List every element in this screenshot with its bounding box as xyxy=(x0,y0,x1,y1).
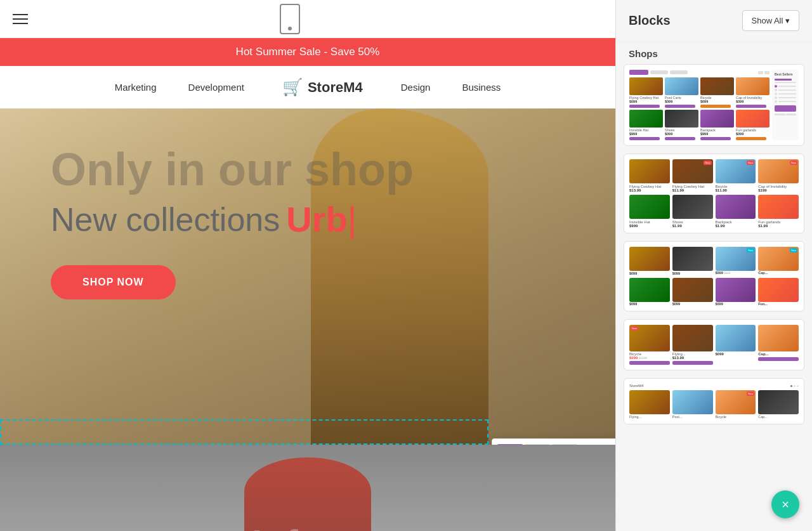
product-pool-carts: Pool Carts $099 xyxy=(665,77,698,108)
shop-block-1[interactable]: Flying Cowboy Hat $099 Pool Carts $099 xyxy=(624,64,804,146)
shops-section-title: Shops xyxy=(616,42,812,64)
block4-product-3: $099 xyxy=(716,325,756,365)
nav-left: Marketing Development xyxy=(115,82,244,93)
second-person xyxy=(244,457,371,531)
block2-products: Flying Cowboy Hat $13.99 New Flying Cowb… xyxy=(629,159,799,228)
shop-now-button[interactable]: SHOP NOW xyxy=(51,265,176,299)
block1-sidebar: Best Sellers xyxy=(772,70,799,140)
product-shoes: Shoes $099 xyxy=(665,110,698,140)
block3-product-1: $099 xyxy=(629,247,670,275)
block3-product-4: New Cap... xyxy=(758,247,799,275)
block3-product-7: $099 xyxy=(716,278,756,306)
block2-product-8: Fun garlands $1.99 xyxy=(758,195,799,228)
block3-product-3: New $099 $199 xyxy=(716,247,756,275)
block4-product-2: Flying... $13.99 xyxy=(672,325,713,365)
block3-products: $099 $099 New $099 $199 xyxy=(629,247,799,306)
site-header: Marketing Development 🛒 StoreM4 Design B… xyxy=(0,66,615,108)
block2-product-5: Invisible Hat $999 xyxy=(629,195,670,228)
hero-title: Only in our shop xyxy=(51,147,565,192)
product-flying-cowboy: Flying Cowboy Hat $099 xyxy=(629,77,663,108)
shop-block-5[interactable]: StoreM4 Flying... Pool... xyxy=(624,378,804,424)
panel-title: Blocks xyxy=(629,13,671,28)
block5-product-2: Pool... xyxy=(672,390,713,419)
nav-right: Design Business xyxy=(401,82,501,93)
close-button[interactable]: × xyxy=(771,490,799,518)
site-logo: 🛒 StoreM4 xyxy=(282,77,363,97)
block1-main: Flying Cowboy Hat $099 Pool Carts $099 xyxy=(629,70,769,140)
product-cap: Cap of Invisibility $099 xyxy=(736,77,769,108)
block3-product-5: $099 xyxy=(629,278,670,306)
mobile-device-icon[interactable] xyxy=(280,4,300,34)
block1-products-row2: Invisible Hat $999 Shoes $099 Ba xyxy=(629,110,769,140)
block1-layout: Flying Cowboy Hat $099 Pool Carts $099 xyxy=(629,70,799,140)
product-bicycle: Bicycle $099 xyxy=(700,77,734,108)
urb-text: Urb xyxy=(286,199,347,239)
block2-product-2: New Flying Cowboy Hat $11.99 xyxy=(672,159,713,192)
hero-content: Only in our shop New collections Urb| SH… xyxy=(0,108,615,338)
hero-subtitle-highlight: Urb| xyxy=(286,199,357,240)
dashed-selection-bottom xyxy=(0,419,488,445)
block5-products: Flying... Pool... New Bicycle Cap... xyxy=(629,390,799,419)
product-backpack: Backpack $999 xyxy=(700,110,734,140)
block4-product-4: Cap... xyxy=(758,325,799,365)
shop-block-2[interactable]: Flying Cowboy Hat $13.99 New Flying Cowb… xyxy=(624,154,804,233)
block5-product-1: Flying... xyxy=(629,390,670,419)
announcement-bar: Hot Summer Sale - Save 50% xyxy=(0,38,615,66)
panel-scroll-area[interactable]: Flying Cowboy Hat $099 Pool Carts $099 xyxy=(616,64,812,531)
nav-marketing[interactable]: Marketing xyxy=(115,82,157,93)
panel-header: Blocks Show All ▾ xyxy=(616,0,812,42)
shop-block-4[interactable]: New Bicycle $099 $199 Flying... $13.99 $… xyxy=(624,319,804,370)
second-section: Infuse xyxy=(0,445,615,531)
nav-development[interactable]: Development xyxy=(188,82,244,93)
menu-icon[interactable] xyxy=(13,14,28,24)
mini-preview-popup[interactable] xyxy=(492,438,615,445)
nav-design[interactable]: Design xyxy=(401,82,431,93)
hero-section: Only in our shop New collections Urb| SH… xyxy=(0,108,615,445)
block2-product-4: New Cap of Invisibility $199 xyxy=(758,159,799,192)
blocks-panel: Blocks Show All ▾ Shops xyxy=(615,0,812,531)
block5-product-4: Cap... xyxy=(758,390,799,419)
website-content: Hot Summer Sale - Save 50% Marketing Dev… xyxy=(0,38,615,531)
nav-business[interactable]: Business xyxy=(462,82,501,93)
block3-product-8: Fun... xyxy=(758,278,799,306)
mini-preview-header xyxy=(497,444,615,445)
announcement-text: Hot Summer Sale - Save 50% xyxy=(236,46,380,58)
block5-product-3: New Bicycle xyxy=(716,390,756,419)
block4-products: New Bicycle $099 $199 Flying... $13.99 $… xyxy=(629,325,799,365)
block2-product-7: Backpack $1.99 xyxy=(716,195,756,228)
hero-subtitle: New collections Urb| xyxy=(51,199,565,240)
infuse-text: Infuse xyxy=(252,521,364,531)
block2-product-1: Flying Cowboy Hat $13.99 xyxy=(629,159,670,192)
block1-header xyxy=(629,70,769,75)
block4-product-1: New Bicycle $099 $199 xyxy=(629,325,670,365)
editor-area: Hot Summer Sale - Save 50% Marketing Dev… xyxy=(0,0,615,531)
block2-product-3: New Bicycle $11.99 xyxy=(716,159,756,192)
block2-product-6: Shoes $1.99 xyxy=(672,195,713,228)
hero-subtitle-text: New collections xyxy=(51,200,280,239)
product-garlands: Fun garlands $099 xyxy=(736,110,769,140)
show-all-button[interactable]: Show All ▾ xyxy=(742,10,799,31)
block5-header: StoreM4 xyxy=(629,384,799,388)
logo-text: StoreM4 xyxy=(308,79,363,96)
panel-body: Shops xyxy=(616,42,812,64)
product-invisible-hat: Invisible Hat $999 xyxy=(629,110,663,140)
block1-products-row1: Flying Cowboy Hat $099 Pool Carts $099 xyxy=(629,77,769,108)
top-toolbar xyxy=(0,0,615,38)
block3-product-6: $099 xyxy=(672,278,713,306)
block3-product-2: $099 xyxy=(672,247,713,275)
logo-cart-icon: 🛒 xyxy=(282,77,303,97)
shop-block-3[interactable]: $099 $099 New $099 $199 xyxy=(624,241,804,311)
